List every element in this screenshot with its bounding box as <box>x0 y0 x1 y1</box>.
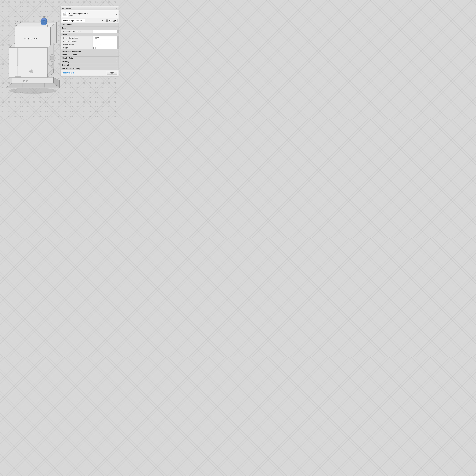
edit-type-icon <box>106 19 108 22</box>
close-button[interactable]: × <box>115 7 117 10</box>
section-label-general: General <box>62 64 69 66</box>
prop-swatch <box>117 46 119 49</box>
svg-point-4 <box>23 80 25 82</box>
properties-help-link[interactable]: Properties help <box>62 72 74 74</box>
section-toggle-general: » <box>117 64 117 66</box>
watermark-cell: RD <box>102 106 104 108</box>
watermark-cell: RD <box>108 106 110 108</box>
watermark-cell: RD <box>89 82 92 84</box>
section-header-identity-data[interactable]: Identity Data» <box>61 56 119 60</box>
section-toggle-text: « <box>117 27 117 29</box>
watermark-cell: RD <box>108 1 110 3</box>
watermark-cell: RD <box>102 101 104 103</box>
watermark-cell: RD <box>102 1 104 3</box>
svg-point-28 <box>50 55 51 55</box>
watermark-cell: RD <box>89 92 92 93</box>
item-info: RD_Sewing Machine White <box>69 12 88 16</box>
svg-text:RD STUDIO: RD STUDIO <box>24 37 37 40</box>
section-header-electrical-loads[interactable]: Electrical - Loads» <box>61 53 119 56</box>
watermark-cell: RD <box>95 1 98 3</box>
prop-value-connector-description[interactable] <box>93 30 117 33</box>
panel-header: RD_Sewing Machine White ▼ <box>61 10 119 18</box>
watermark-cell: RD <box>108 87 110 89</box>
section-toggle-electrical-engineering: » <box>117 51 117 52</box>
table-row: Power Factor1.000000 <box>61 43 119 46</box>
svg-point-27 <box>49 53 49 54</box>
section-label-electrical: Electrical <box>62 34 70 36</box>
watermark-cell: RD <box>102 111 104 112</box>
prop-swatch <box>117 36 119 40</box>
svg-point-22 <box>50 56 54 60</box>
prop-value-power-factor[interactable]: 1.000000 <box>93 43 117 46</box>
watermark-cell: RD <box>95 106 98 108</box>
dropdown-wrapper: Electrical Equipment (1) <box>62 19 104 22</box>
prop-label-power-factor: Power Factor <box>61 43 93 46</box>
svg-point-39 <box>66 15 67 16</box>
svg-marker-13 <box>15 22 56 27</box>
panel-content[interactable]: Constraints»Text«Connector DescriptionEl… <box>61 23 119 70</box>
prop-value-utility[interactable] <box>93 46 117 49</box>
watermark-cell: RD <box>95 87 98 89</box>
type-dropdown[interactable]: Electrical Equipment (1) <box>62 19 85 22</box>
panel-titlebar: Properties × <box>61 6 119 10</box>
watermark-cell: RD <box>83 116 85 117</box>
watermark-cell: RD <box>95 77 98 79</box>
prop-checkbox-utility[interactable] <box>93 47 96 49</box>
item-name: RD_Sewing Machine <box>69 12 88 15</box>
prop-value-number-of-poles[interactable]: 1 <box>93 40 117 43</box>
section-header-general[interactable]: General» <box>61 63 119 67</box>
panel-title: Properties <box>62 7 71 10</box>
header-arrow: ▼ <box>116 14 117 15</box>
section-header-electrical-engineering[interactable]: Electrical Engineering» <box>61 50 119 53</box>
watermark-cell: RD <box>83 1 85 3</box>
watermark-cell: RD <box>114 92 117 93</box>
section-label-electrical-circuiting: Electrical - Circuiting <box>62 67 80 69</box>
watermark-cell: RD <box>114 106 117 108</box>
item-icon-svg <box>63 12 67 17</box>
dropdown-row: Electrical Equipment (1) Edit Type <box>61 18 119 23</box>
watermark-cell: RD <box>89 116 92 117</box>
section-header-constraints[interactable]: Constraints» <box>61 23 119 26</box>
watermark-cell: RD <box>89 77 92 79</box>
svg-point-29 <box>51 54 52 55</box>
properties-panel: Properties × RD_Sewing Machine White ▼ E… <box>61 6 119 76</box>
section-header-electrical-circuiting[interactable]: Electrical - Circuiting» <box>61 67 119 70</box>
watermark-cell: RD <box>102 116 104 117</box>
panel-footer: Properties help Apply <box>61 70 119 76</box>
edit-type-button[interactable]: Edit Type <box>105 19 118 22</box>
watermark-cell: RD <box>102 77 104 79</box>
prop-swatch <box>117 30 119 33</box>
prop-label-utility: Utility <box>61 46 93 49</box>
watermark-cell: RD <box>102 87 104 89</box>
section-label-phasing: Phasing <box>62 61 69 63</box>
svg-rect-19 <box>43 16 45 18</box>
svg-marker-1 <box>6 83 60 88</box>
watermark-cell: RD <box>108 116 110 117</box>
prop-value-connector-voltage[interactable]: 0.00 V <box>93 36 117 40</box>
section-toggle-electrical: « <box>117 34 117 36</box>
watermark-cell: RD <box>76 87 79 89</box>
table-row: Number of Poles1 <box>61 40 119 43</box>
section-header-phasing[interactable]: Phasing» <box>61 60 119 63</box>
prop-swatch <box>117 40 119 43</box>
svg-point-26 <box>51 52 51 53</box>
watermark-cell: RD <box>83 96 85 98</box>
watermark-cell: RD <box>108 96 110 98</box>
watermark-cell: RD <box>114 101 117 103</box>
watermark-cell: RD <box>114 116 117 117</box>
prop-label-connector-voltage: Connector Voltage <box>61 36 93 40</box>
section-header-electrical[interactable]: Electrical« <box>61 33 119 36</box>
apply-button[interactable]: Apply <box>107 71 117 75</box>
table-row: Connector Voltage0.00 V <box>61 36 119 40</box>
watermark-cell: RD <box>102 82 104 84</box>
section-toggle-electrical-loads: » <box>117 54 117 56</box>
svg-point-5 <box>26 80 28 82</box>
watermark-cell: RD <box>114 96 117 98</box>
watermark-cell: RD <box>83 82 85 84</box>
svg-rect-41 <box>107 20 108 20</box>
section-header-text[interactable]: Text« <box>61 26 119 30</box>
watermark-cell: RD <box>114 82 117 84</box>
watermark-cell: RD <box>108 101 110 103</box>
svg-point-25 <box>50 51 50 52</box>
watermark-cell: RD <box>114 111 117 112</box>
